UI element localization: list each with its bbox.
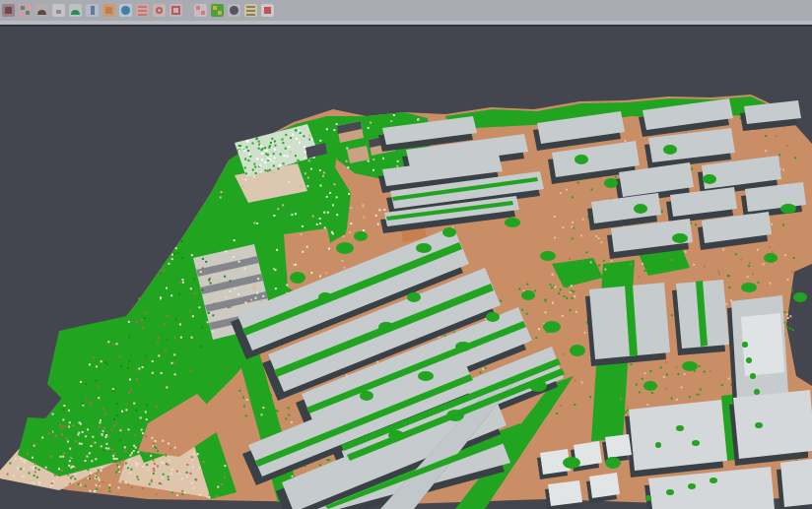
ground-speckle-bottomleft [162, 477, 164, 478]
ground-speckle-leftband [224, 276, 226, 278]
scene-svg[interactable] [0, 27, 812, 509]
ground-speckle-bottomleft [215, 457, 217, 459]
extent-icon[interactable] [169, 4, 182, 17]
ground-speckle-bottomleft [160, 483, 162, 485]
ground-speckle-bottomleft [135, 447, 137, 449]
ground-speckle-leftband [228, 306, 230, 308]
measure-icon[interactable] [244, 4, 257, 17]
ground-speckle-right [642, 263, 643, 265]
ground-speckle-topleft [237, 293, 239, 295]
ground-speckle-topleft [375, 215, 377, 217]
ground-speckle-central [562, 315, 564, 317]
ground-speckle-bottomleft [112, 455, 114, 457]
ground-speckle-right [646, 404, 648, 406]
hillshade-icon[interactable] [35, 4, 48, 17]
greenhouse-speckle [308, 139, 310, 141]
layers-icon[interactable] [136, 4, 149, 17]
ground-speckle-right [604, 269, 606, 271]
ground-speckle-topleft [372, 159, 374, 160]
greenhouse-speckle [246, 140, 248, 142]
roof-vent [655, 442, 661, 448]
grid-icon[interactable] [194, 4, 207, 17]
ground-speckle-right [584, 332, 586, 334]
ground-speckle-leftband [201, 327, 203, 329]
ground-speckle-leftband [152, 360, 154, 362]
ground-speckle-right [783, 311, 785, 313]
greenhouse-speckle [252, 169, 254, 171]
small-house [589, 473, 620, 498]
ground-speckle-bottomleft [67, 475, 69, 477]
orthophoto-icon[interactable] [102, 4, 115, 17]
points-icon[interactable] [52, 4, 65, 17]
ground-speckle-bottomleft [80, 484, 82, 486]
3d-viewport[interactable] [0, 27, 812, 509]
globe-icon[interactable] [119, 4, 132, 17]
ground-speckle-right [710, 370, 711, 372]
ground-speckle-bottomleft [31, 467, 33, 469]
ground-speckle-bottomleft [181, 477, 183, 479]
ground-speckle-central [291, 421, 293, 423]
ground-speckle-bottomleft [44, 450, 46, 452]
ground-speckle-bottomleft [217, 495, 219, 497]
ground-speckle-central [544, 300, 546, 302]
greenhouse-speckle [258, 141, 260, 143]
ground-speckle-bottomleft [186, 464, 188, 466]
ground-speckle-leftband [68, 410, 70, 412]
target-icon[interactable] [153, 4, 166, 17]
ground-speckle-central [561, 276, 563, 278]
landcover-icon[interactable] [211, 4, 224, 17]
ground-speckle-leftband [189, 310, 191, 312]
greenhouse-speckle [282, 139, 284, 141]
flag-icon[interactable] [261, 4, 274, 17]
classification-icon-glyph [21, 6, 25, 10]
greenhouse-speckle [268, 147, 270, 149]
ground-speckle-bottomleft [191, 459, 193, 461]
ground-speckle-bottomleft [69, 448, 71, 450]
ground-speckle-topleft [302, 251, 304, 253]
profile-icon[interactable] [86, 4, 99, 17]
ground-speckle-bottomleft [75, 440, 77, 442]
street-tree [354, 231, 368, 241]
ground-speckle-topleft [397, 160, 399, 162]
greenhouse-speckle [297, 159, 299, 161]
greenhouse-speckle [296, 138, 298, 140]
ground-speckle-leftband [191, 337, 193, 339]
ground-speckle-central [285, 417, 287, 419]
ground-speckle-right [586, 251, 588, 253]
terrain-icon[interactable] [69, 4, 82, 17]
ground-speckle-topleft [256, 292, 258, 294]
ground-speckle-right [791, 271, 793, 273]
greenhouse-speckle [253, 163, 255, 165]
ground-speckle-topleft [382, 158, 384, 159]
ground-speckle-leftband [106, 363, 108, 365]
greenhouse-speckle [288, 146, 290, 148]
ground-speckle-bottomleft [131, 452, 133, 454]
roof-vent [710, 477, 717, 483]
ground-speckle-bottomleft [122, 427, 124, 429]
ground-speckle-bottomleft [148, 469, 150, 471]
ground-speckle-leftband [111, 429, 113, 431]
street-tree [604, 178, 618, 188]
ground-speckle-bottomleft [100, 450, 102, 452]
ground-speckle-leftband [92, 436, 94, 438]
orthophoto-icon-glyph [105, 7, 112, 14]
ground-speckle-topleft [252, 287, 254, 289]
ground-speckle-bottomleft [150, 455, 152, 457]
ground-speckle-leftband [170, 294, 172, 296]
ground-speckle-leftband [141, 319, 143, 321]
ground-speckle-leftband [173, 353, 175, 355]
ground-speckle-right [564, 295, 566, 297]
greenhouse-speckle [245, 172, 247, 174]
sphere-icon[interactable] [228, 4, 240, 17]
ground-speckle-central [326, 459, 328, 461]
ground-speckle-topleft [319, 223, 321, 224]
ground-speckle-right [554, 216, 556, 218]
classification-icon[interactable] [19, 4, 32, 17]
ground-speckle-bottomleft [155, 440, 157, 442]
ground-speckle-bottomleft [34, 467, 36, 469]
ground-speckle-bottomleft [202, 452, 204, 454]
ground-speckle-leftband [181, 257, 183, 259]
ground-speckle-central [560, 288, 562, 290]
dem-icon[interactable] [2, 4, 15, 17]
ground-speckle-topleft [310, 168, 312, 170]
